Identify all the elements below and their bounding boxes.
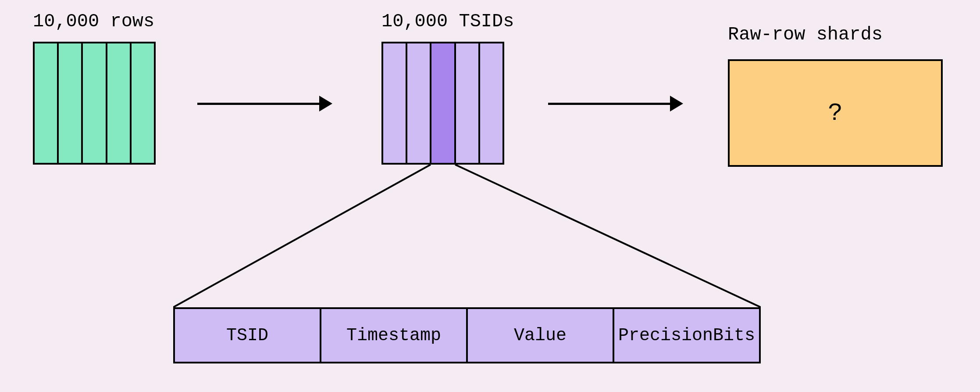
svg-line-0: [173, 165, 431, 307]
tsids-label: 10,000 TSIDs: [381, 11, 514, 32]
detail-field-precisionbits: PrecisionBits: [614, 307, 761, 363]
arrow-head-icon: [670, 96, 683, 111]
shards-label: Raw-row shards: [728, 24, 883, 45]
shards-content: ?: [828, 99, 843, 127]
row-column: [33, 42, 59, 165]
svg-line-1: [455, 165, 761, 307]
rows-box: [33, 42, 156, 165]
detail-field-value: Value: [468, 307, 614, 363]
detail-field-tsid: TSID: [173, 307, 321, 363]
tsid-column: [407, 42, 431, 165]
arrow-head-icon: [319, 96, 332, 111]
row-column: [59, 42, 83, 165]
arrow-line: [197, 103, 320, 105]
tsids-box: [381, 42, 504, 165]
rows-label: 10,000 rows: [33, 11, 154, 32]
detail-field-timestamp: Timestamp: [321, 307, 468, 363]
tsid-column: [381, 42, 407, 165]
arrow-rows-to-tsids: [197, 96, 332, 111]
tsid-column: [456, 42, 480, 165]
row-column: [132, 42, 156, 165]
tsid-column-highlight: [431, 42, 456, 165]
shards-box: ?: [728, 59, 943, 167]
row-column: [107, 42, 132, 165]
tsid-column: [480, 42, 504, 165]
row-column: [83, 42, 107, 165]
tsid-detail-row: TSID Timestamp Value PrecisionBits: [173, 307, 761, 363]
zoom-connector-lines: [173, 165, 761, 309]
arrow-tsids-to-shards: [548, 96, 683, 111]
arrow-line: [548, 103, 671, 105]
